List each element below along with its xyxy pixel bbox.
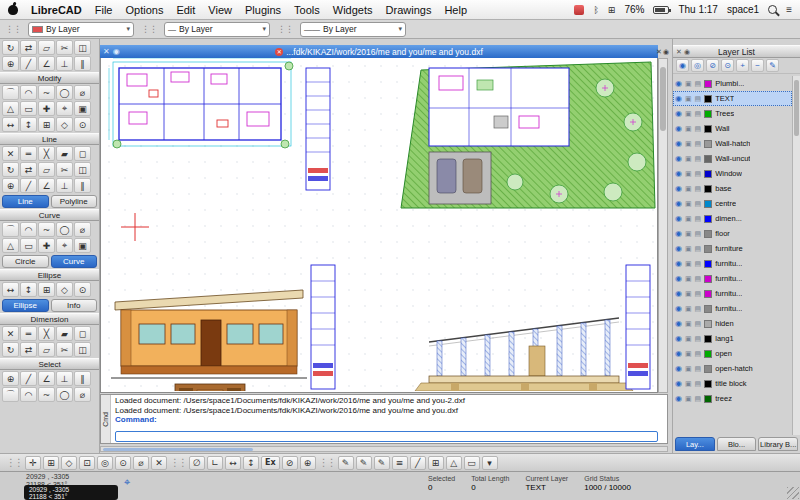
tool-icon[interactable]: ◠ bbox=[20, 387, 37, 402]
snap-endpoint-icon[interactable]: ◇ bbox=[61, 456, 77, 470]
palette-tab-curve[interactable]: Curve bbox=[51, 255, 98, 268]
layer-color-swatch[interactable] bbox=[704, 260, 712, 268]
layer-lock-icon[interactable]: ▣ bbox=[685, 245, 692, 253]
palette-tab-line[interactable]: Line bbox=[2, 195, 49, 208]
layer-row[interactable]: ◉▣▤open bbox=[673, 346, 792, 361]
bluetooth-icon[interactable]: ᛒ bbox=[593, 5, 598, 15]
command-dock-tab[interactable]: Cmd bbox=[101, 395, 111, 443]
tool-icon[interactable]: ~ bbox=[38, 222, 55, 237]
resize-grip[interactable] bbox=[787, 487, 799, 499]
tool-icon[interactable]: ⇄ bbox=[20, 342, 37, 357]
tool-icon[interactable]: ⌖ bbox=[56, 101, 73, 116]
layer-visible-icon[interactable]: ◉ bbox=[675, 244, 682, 253]
layer-print-icon[interactable]: ▤ bbox=[695, 275, 702, 283]
layer-print-icon[interactable]: ▤ bbox=[695, 320, 702, 328]
tool-icon[interactable]: ✚ bbox=[38, 101, 55, 116]
layer-print-icon[interactable]: ▤ bbox=[695, 395, 702, 403]
tool-icon[interactable]: ∥ bbox=[74, 56, 91, 71]
canvas-vertical-scrollbar[interactable] bbox=[658, 58, 668, 393]
layer-lock-icon[interactable]: ▣ bbox=[685, 320, 692, 328]
layer-print-icon[interactable]: ▤ bbox=[695, 335, 702, 343]
layer-lock-icon[interactable]: ▣ bbox=[685, 275, 692, 283]
tool-icon[interactable]: ⊕ bbox=[2, 371, 19, 386]
layer-visible-icon[interactable]: ◉ bbox=[675, 79, 682, 88]
tool-icon[interactable]: ◠ bbox=[20, 222, 37, 237]
tool-icon[interactable]: ⌀ bbox=[74, 85, 91, 100]
tool-icon[interactable]: ◻ bbox=[74, 146, 91, 161]
tool-icon[interactable]: △ bbox=[2, 101, 19, 116]
layer-visible-icon[interactable]: ◉ bbox=[675, 124, 682, 133]
layer-visible-icon[interactable]: ◉ bbox=[675, 169, 682, 178]
layer-color-swatch[interactable] bbox=[704, 230, 712, 238]
layer-print-icon[interactable]: ▤ bbox=[695, 185, 702, 193]
layer-row[interactable]: ◉▣▤furnitu... bbox=[673, 286, 792, 301]
tool-icon[interactable]: ✂ bbox=[56, 342, 73, 357]
menu-librecad[interactable]: LibreCAD bbox=[31, 4, 82, 16]
tool-icon[interactable]: ◯ bbox=[56, 85, 73, 100]
tool-icon[interactable]: ↻ bbox=[2, 342, 19, 357]
layer-lock-icon[interactable]: ▣ bbox=[685, 290, 692, 298]
layer-lock-icon[interactable]: ▣ bbox=[685, 95, 692, 103]
snap-middle-icon[interactable]: ⊙ bbox=[115, 456, 131, 470]
layer-row[interactable]: ◉▣▤Trees bbox=[673, 106, 792, 121]
canvas-horizontal-scrollbar[interactable] bbox=[100, 446, 668, 452]
layer-visible-icon[interactable]: ◉ bbox=[675, 139, 682, 148]
tool-icon[interactable]: ⌖ bbox=[56, 238, 73, 253]
tool-icon[interactable]: ↻ bbox=[2, 162, 19, 177]
tool-icon[interactable]: ◫ bbox=[74, 40, 91, 55]
tool-icon[interactable]: ~ bbox=[38, 85, 55, 100]
menu-tools[interactable]: Tools bbox=[294, 4, 320, 16]
tool-icon[interactable]: ∠ bbox=[38, 371, 55, 386]
tool-icon[interactable]: ▱ bbox=[38, 342, 55, 357]
layer-lock-icon[interactable]: ▣ bbox=[685, 305, 692, 313]
tool-icon[interactable]: ═ bbox=[20, 146, 37, 161]
tool-icon[interactable]: ⊕ bbox=[2, 178, 19, 193]
scrollbar-thumb[interactable] bbox=[103, 448, 253, 451]
tool-icon[interactable]: ∥ bbox=[74, 178, 91, 193]
layer-color-swatch[interactable] bbox=[704, 155, 712, 163]
layer-lock-icon[interactable]: ▣ bbox=[685, 155, 692, 163]
layer-row[interactable]: ◉▣▤furnitu... bbox=[673, 256, 792, 271]
tool-icon[interactable]: ╱ bbox=[20, 178, 37, 193]
hide-all-layers-icon[interactable]: ◎ bbox=[691, 59, 704, 72]
layer-print-icon[interactable]: ▤ bbox=[695, 110, 702, 118]
restrict-horizontal-icon[interactable]: ↔ bbox=[225, 456, 241, 470]
spotlight-icon[interactable] bbox=[768, 5, 777, 14]
pen-color-icon[interactable]: ✎ bbox=[338, 456, 354, 470]
layer-print-icon[interactable]: ▤ bbox=[695, 155, 702, 163]
layer-print-icon[interactable]: ▤ bbox=[695, 380, 702, 388]
layer-row[interactable]: ◉▣▤Wall-hatch bbox=[673, 136, 792, 151]
layer-lock-icon[interactable]: ▣ bbox=[685, 365, 692, 373]
layer-print-icon[interactable]: ▤ bbox=[695, 365, 702, 373]
layer-visible-icon[interactable]: ◉ bbox=[675, 304, 682, 313]
iso-grid-icon[interactable]: △ bbox=[446, 456, 462, 470]
add-layer-icon[interactable]: + bbox=[736, 59, 749, 72]
drawing-canvas[interactable] bbox=[100, 58, 658, 393]
restrict-vertical-icon[interactable]: ↕ bbox=[243, 456, 259, 470]
layer-visible-icon[interactable]: ◉ bbox=[675, 109, 682, 118]
exclusive-snap-label[interactable]: Ex bbox=[261, 456, 280, 470]
restore-icon[interactable]: ◉ bbox=[113, 47, 120, 56]
tool-icon[interactable]: ↻ bbox=[2, 40, 19, 55]
tool-icon[interactable]: ▰ bbox=[56, 326, 73, 341]
layer-row[interactable]: ◉▣▤open-hatch bbox=[673, 361, 792, 376]
line-width-select[interactable]: — By Layer ▾ bbox=[164, 22, 270, 37]
display-icon[interactable]: ⊞ bbox=[608, 5, 616, 15]
layer-row[interactable]: ◉▣▤centre bbox=[673, 196, 792, 211]
tool-icon[interactable]: △ bbox=[2, 238, 19, 253]
layer-row[interactable]: ◉▣▤floor bbox=[673, 226, 792, 241]
notification-center-icon[interactable]: ≡ bbox=[786, 4, 792, 15]
layer-list-scrollbar[interactable] bbox=[792, 76, 800, 435]
polyline-tool-icon[interactable]: ╱ bbox=[410, 456, 426, 470]
palette-tab-polyline[interactable]: Polyline bbox=[51, 195, 98, 208]
tool-icon[interactable]: ⊥ bbox=[56, 371, 73, 386]
layer-color-swatch[interactable] bbox=[704, 125, 712, 133]
layer-visible-icon[interactable]: ◉ bbox=[675, 184, 682, 193]
tool-icon[interactable]: ◻ bbox=[74, 326, 91, 341]
layer-row[interactable]: ◉▣▤Wall bbox=[673, 121, 792, 136]
layer-row[interactable]: ◉▣▤lang1 bbox=[673, 331, 792, 346]
tool-icon[interactable]: ▣ bbox=[74, 238, 91, 253]
line-type-select[interactable]: —— By Layer ▾ bbox=[300, 22, 406, 37]
layer-color-swatch[interactable] bbox=[704, 290, 712, 298]
layer-color-swatch[interactable] bbox=[704, 170, 712, 178]
